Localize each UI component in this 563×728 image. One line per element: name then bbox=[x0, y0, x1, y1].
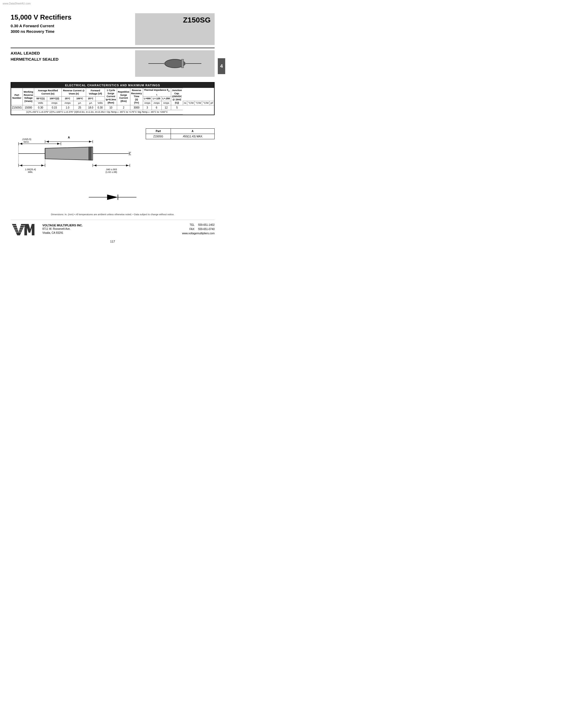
company-info: VOLTAGE MULTIPLIERS INC. 8711 W. Rooseve… bbox=[42, 224, 177, 235]
svg-text:MIN.: MIN. bbox=[28, 171, 33, 173]
svg-marker-29 bbox=[94, 164, 96, 167]
data-ir100: 25 bbox=[73, 105, 86, 110]
col-fwd-25c: 25°C bbox=[86, 97, 95, 101]
svg-text:MAX.: MAX. bbox=[24, 141, 29, 143]
mechanical-section: .215(5.5) MAX. A 1.00(25.4) MIN. .040 ±.… bbox=[11, 128, 214, 181]
unit-ua2: μA bbox=[86, 101, 95, 105]
col-100c: 100°C(2) bbox=[47, 97, 62, 101]
fax-value: 559-651-0740 bbox=[198, 228, 214, 231]
svg-marker-46 bbox=[107, 195, 118, 200]
col-rev-100c: 100°C bbox=[73, 97, 86, 101]
table-title: ELECTRICAL CHARACTERISTICS AND MAXIMUM R… bbox=[11, 83, 214, 88]
dimension-table-wrapper: Part A Z150SG .450(11.43) MAX. bbox=[146, 128, 214, 139]
svg-marker-20 bbox=[89, 141, 91, 143]
unit-amps3: Amps bbox=[143, 101, 152, 105]
footer-company: VOLTAGE MULTIPLIERS INC. 8711 W. Rooseve… bbox=[11, 220, 214, 236]
col-th-L250: L=.250 bbox=[161, 97, 171, 101]
col-rev-25c: 25°C bbox=[62, 97, 73, 101]
data-55c: 0.30 bbox=[34, 105, 47, 110]
col-recovery: Reverse Recovery Time (3) (Trr) bbox=[130, 88, 143, 105]
company-address2: Visalia, CA 93291 bbox=[42, 231, 177, 235]
data-vrwm: 15000 bbox=[23, 105, 34, 110]
svg-text:.040 ±.003: .040 ±.003 bbox=[106, 168, 117, 171]
data-cj: 5 bbox=[171, 105, 183, 110]
data-part: Z150SG bbox=[11, 105, 23, 110]
data-ifrm: 2 bbox=[117, 105, 130, 110]
footer-dims-note: Dimensions: In. (mm) • All temperatures … bbox=[11, 213, 214, 216]
svg-text:.215(5.5): .215(5.5) bbox=[22, 138, 31, 141]
svg-rect-51 bbox=[12, 225, 25, 226]
subtitle: 0.30 A Forward Current 3000 ns Recovery … bbox=[11, 23, 71, 34]
svg-marker-30 bbox=[126, 164, 128, 167]
svg-rect-54 bbox=[12, 232, 21, 232]
part-number-title: Z150SG bbox=[183, 16, 211, 24]
footnote: (1)TL=55°C L=0.375" (2)TL=100°C L=0.375"… bbox=[11, 110, 183, 115]
col-reverse-current: Reverse Current @ Vrwm (Ir) bbox=[62, 88, 86, 97]
watermark: www.DataSheet4U.com bbox=[3, 2, 31, 5]
col-part-number: Part Number bbox=[11, 88, 23, 105]
mechanical-drawing: .215(5.5) MAX. A 1.00(25.4) MIN. .040 ±.… bbox=[11, 128, 140, 181]
data-ir25: 1.0 bbox=[62, 105, 73, 110]
svg-rect-53 bbox=[12, 230, 24, 230]
company-name: VOLTAGE MULTIPLIERS INC. bbox=[42, 224, 177, 227]
svg-rect-9 bbox=[89, 147, 91, 160]
dimension-table: Part A Z150SG .450(11.43) MAX. bbox=[146, 128, 214, 139]
fax-label: FAX bbox=[189, 228, 194, 231]
diode-symbol-section bbox=[11, 192, 214, 203]
fax-line: FAX 559-651-0740 bbox=[182, 227, 214, 231]
svg-text:A: A bbox=[68, 136, 70, 139]
dim-part-num: Z150SG bbox=[146, 134, 171, 139]
data-100c: 0.15 bbox=[47, 105, 62, 110]
unit-amps4: Amps bbox=[152, 101, 161, 105]
col-avg-rect: Average Rectified Current (Io) bbox=[34, 88, 62, 97]
tel-value: 559-651-1402 bbox=[198, 223, 214, 226]
page-number: 117 bbox=[11, 240, 214, 243]
unit-cw1: °C/W bbox=[187, 101, 195, 105]
data-th3: 12 bbox=[161, 105, 171, 110]
unit-ns: ns bbox=[183, 101, 187, 105]
unit-volts2: Volts bbox=[95, 101, 105, 105]
axial-text: AXIAL LEADED HERMETICALLY SEALED bbox=[11, 50, 59, 62]
table-header-row: Part Number Working Reverse Voltage (Vrw… bbox=[11, 88, 214, 97]
header-left: 15,000 V Rectifiers 0.30 A Forward Curre… bbox=[11, 13, 71, 45]
svg-marker-8 bbox=[45, 147, 93, 160]
svg-marker-25 bbox=[41, 164, 44, 167]
svg-text:1.00(25.4): 1.00(25.4) bbox=[25, 168, 36, 171]
data-th2: 6 bbox=[152, 105, 161, 110]
svg-rect-3 bbox=[181, 59, 183, 68]
col-th-L125: L=.125 bbox=[152, 97, 161, 101]
website-line: www.voltagemultipliers.com bbox=[182, 231, 214, 236]
electrical-table-wrapper: ELECTRICAL CHARACTERISTICS AND MAXIMUM R… bbox=[11, 82, 214, 115]
col-rep-surge: Repetitive Surge Current (Ifrm) bbox=[117, 88, 130, 105]
tel-line: TEL 559-651-1402 bbox=[182, 223, 214, 227]
col-fwd-amps bbox=[95, 97, 105, 101]
svg-marker-24 bbox=[20, 164, 22, 167]
dim-data-row: Z150SG .450(11.43) MAX. bbox=[146, 134, 214, 139]
electrical-table: Part Number Working Reverse Voltage (Vrw… bbox=[11, 88, 214, 115]
dim-col-a: A bbox=[171, 129, 214, 134]
page-tab: 4 bbox=[218, 58, 225, 74]
company-contact: TEL 559-651-1402 FAX 559-651-0740 www.vo… bbox=[182, 223, 214, 236]
svg-text:(1.02 ±.08): (1.02 ±.08) bbox=[105, 171, 117, 173]
tel-label: TEL bbox=[190, 223, 194, 226]
unit-ua1: μA bbox=[73, 101, 86, 105]
col-55c: 55°C(1) bbox=[34, 97, 47, 101]
company-logo bbox=[11, 223, 37, 236]
unit-pf: pF bbox=[209, 101, 214, 105]
data-vfamp: 0.30 bbox=[95, 105, 105, 110]
header-right: Z150SG bbox=[135, 13, 214, 45]
data-ifsm: 10 bbox=[105, 105, 117, 110]
footnote-row: (1)TL=55°C L=0.375" (2)TL=100°C L=0.375"… bbox=[11, 110, 214, 115]
table-data-row: Z150SG 15000 0.30 0.15 1.0 25 18.0 0.30 … bbox=[11, 105, 214, 110]
dim-col-part: Part bbox=[146, 129, 171, 134]
unit-amps2: Amps bbox=[62, 101, 73, 105]
data-vf25: 18.0 bbox=[86, 105, 95, 110]
dim-header-row: Part A bbox=[146, 129, 214, 134]
unit-amps5: Amps bbox=[161, 101, 171, 105]
data-th1: 3 bbox=[143, 105, 152, 110]
dim-a-value: .450(11.43) MAX. bbox=[171, 134, 214, 139]
diode-image bbox=[135, 50, 214, 77]
data-trr: 3000 bbox=[130, 105, 143, 110]
unit-cw2: °C/W bbox=[195, 101, 202, 105]
header-section: 15,000 V Rectifiers 0.30 A Forward Curre… bbox=[11, 13, 214, 45]
